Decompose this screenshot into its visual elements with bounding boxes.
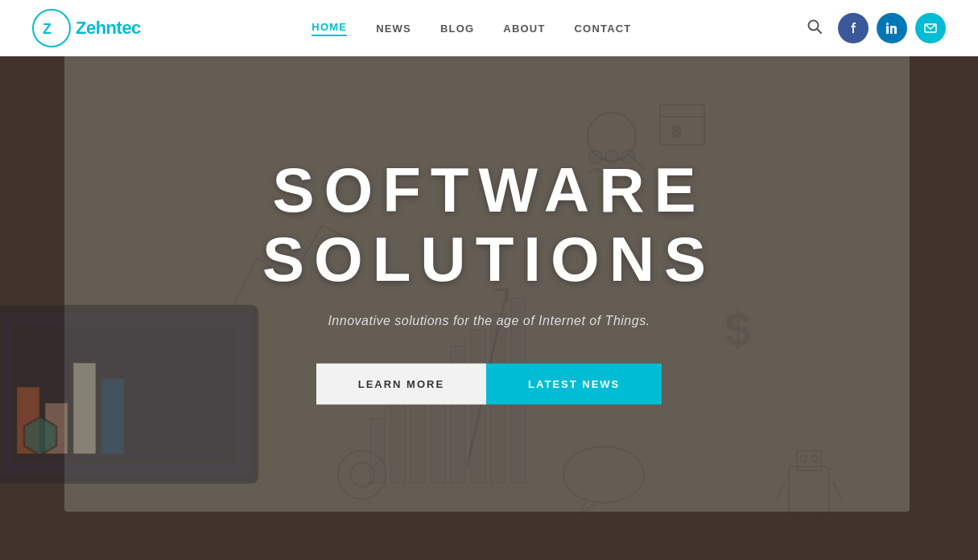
search-icon — [807, 19, 822, 34]
latest-news-button[interactable]: LATEST NEWS — [486, 363, 662, 404]
header: Z Zehntec HOME NEWS BLOG ABOUT CONTACT — [0, 0, 978, 56]
svg-text:Z: Z — [43, 21, 52, 37]
learn-more-button[interactable]: LEARN MORE — [316, 363, 486, 404]
logo-icon: Z — [39, 15, 64, 41]
nav-item-contact[interactable]: CONTACT — [575, 23, 632, 35]
email-icon — [924, 22, 937, 35]
svg-marker-39 — [24, 417, 56, 455]
nav-item-home[interactable]: HOME — [312, 21, 347, 36]
hero-section: $ 8 — [0, 0, 978, 560]
header-right — [803, 13, 946, 43]
svg-rect-3 — [370, 418, 385, 483]
svg-line-42 — [817, 29, 821, 33]
facebook-icon — [847, 22, 860, 35]
email-button[interactable] — [915, 13, 946, 43]
hero-title: SOFTWARE SOLUTIONS — [98, 156, 881, 294]
main-nav: HOME NEWS BLOG ABOUT CONTACT — [312, 21, 631, 36]
nav-item-news[interactable]: NEWS — [376, 23, 411, 35]
svg-point-44 — [886, 23, 889, 25]
nav-item-about[interactable]: ABOUT — [503, 23, 545, 35]
search-button[interactable] — [803, 14, 827, 43]
hero-content: SOFTWARE SOLUTIONS Innovative solutions … — [98, 156, 881, 405]
hero-buttons: LEARN MORE LATEST NEWS — [98, 363, 881, 404]
hero-subtitle: Innovative solutions for the age of Inte… — [98, 313, 881, 327]
svg-rect-43 — [886, 26, 889, 34]
svg-rect-4 — [390, 402, 405, 483]
logo-text-part2: tec — [117, 18, 141, 38]
facebook-button[interactable] — [838, 13, 869, 43]
logo-circle: Z — [32, 9, 71, 47]
svg-text:8: 8 — [672, 122, 681, 140]
logo-text-part1: Zehn — [76, 18, 117, 38]
logo-text: Zehntec — [76, 18, 141, 39]
logo[interactable]: Z Zehntec — [32, 9, 141, 47]
nav-item-blog[interactable]: BLOG — [440, 23, 474, 35]
linkedin-icon — [885, 22, 898, 35]
linkedin-button[interactable] — [877, 13, 907, 43]
svg-rect-37 — [72, 362, 97, 455]
